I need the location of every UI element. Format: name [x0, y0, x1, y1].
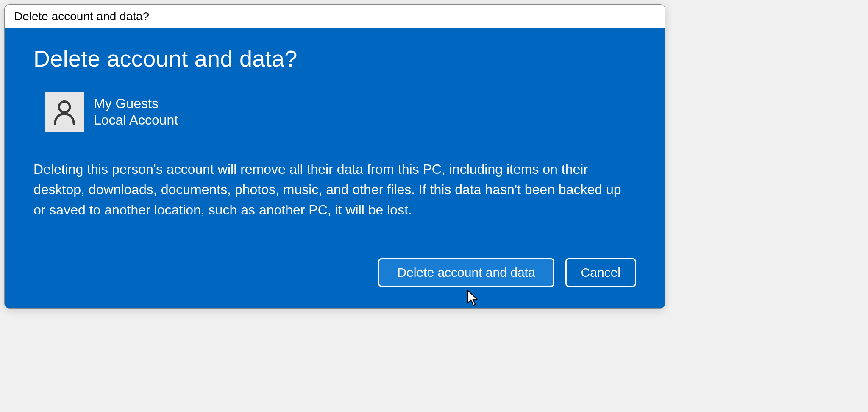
- window-title: Delete account and data?: [14, 10, 149, 23]
- cancel-button[interactable]: Cancel: [565, 258, 636, 287]
- avatar: [45, 92, 84, 132]
- delete-account-button[interactable]: Delete account and data: [378, 258, 554, 287]
- account-name: My Guests: [94, 96, 178, 111]
- user-icon: [53, 99, 76, 125]
- dialog-heading: Delete account and data?: [33, 45, 636, 72]
- dialog-body: Delete account and data? My Guests Local…: [5, 28, 665, 308]
- warning-text: Deleting this person's account will remo…: [33, 159, 636, 220]
- dialog-window: Delete account and data? Delete account …: [4, 4, 665, 309]
- title-bar: Delete account and data?: [5, 5, 665, 28]
- button-row: Delete account and data Cancel: [33, 258, 636, 287]
- account-text-block: My Guests Local Account: [94, 96, 178, 128]
- account-info-row: My Guests Local Account: [45, 92, 636, 132]
- svg-point-0: [59, 102, 70, 113]
- account-type: Local Account: [94, 112, 178, 128]
